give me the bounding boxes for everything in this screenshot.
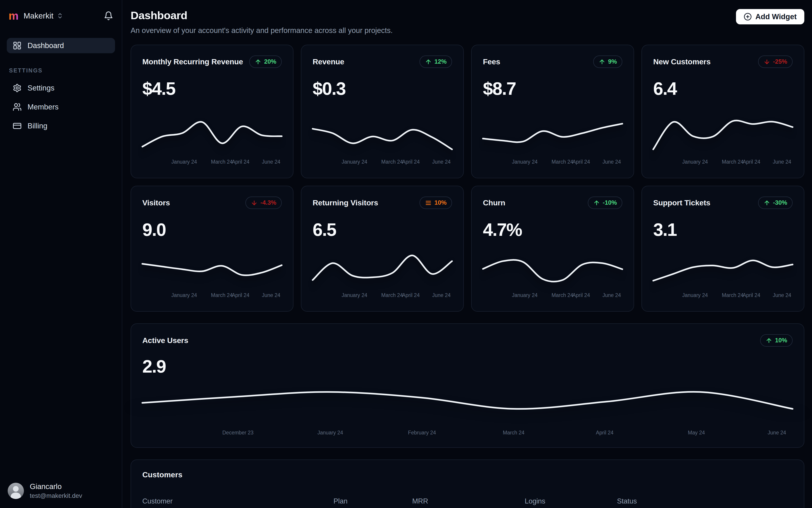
card-value: $4.5 <box>142 78 282 99</box>
x-tick-label: January 24 <box>171 159 197 165</box>
x-axis-labels: January 24March 24April 24June 24 <box>653 290 793 301</box>
card-value: 9.0 <box>142 219 282 240</box>
x-tick-label: February 24 <box>408 430 436 436</box>
stats-grid: Monthly Recurring Revenue 20% $4.5 Janua… <box>131 45 804 312</box>
x-tick-label: January 24 <box>682 292 708 298</box>
workspace-selector[interactable]: m Makerkit <box>7 9 115 23</box>
x-tick-label: April 24 <box>596 430 614 436</box>
x-tick-label: April 24 <box>232 159 250 165</box>
card-title: Support Tickets <box>653 198 710 207</box>
x-tick-label: December 23 <box>222 430 254 436</box>
avatar <box>8 483 24 499</box>
x-tick-label: January 24 <box>682 159 708 165</box>
primary-nav: Dashboard <box>7 38 115 53</box>
x-tick-label: March 24 <box>503 430 525 436</box>
x-axis-labels: January 24March 24April 24June 24 <box>142 290 282 301</box>
card-title: Revenue <box>313 57 344 66</box>
x-tick-label: June 24 <box>602 159 621 165</box>
trend-icon <box>255 58 261 65</box>
trend-badge: 10% <box>419 197 452 209</box>
x-tick-label: April 24 <box>232 292 250 298</box>
card-value: 3.1 <box>653 219 793 240</box>
trend-badge: -30% <box>758 197 793 209</box>
workspace-name: Makerkit <box>24 11 53 20</box>
dashboard-grid-icon <box>13 41 21 50</box>
x-tick-label: April 24 <box>743 159 760 165</box>
user-menu[interactable]: Giancarlo test@makerkit.dev <box>8 482 82 499</box>
x-tick-label: January 24 <box>512 292 538 298</box>
stat-card: Monthly Recurring Revenue 20% $4.5 Janua… <box>131 45 294 178</box>
user-email: test@makerkit.dev <box>30 492 82 499</box>
stat-card: Churn -10% 4.7% January 24March 24April … <box>471 186 634 312</box>
card-title: Visitors <box>142 198 170 207</box>
x-tick-label: January 24 <box>342 292 367 298</box>
add-widget-button[interactable]: Add Widget <box>736 9 804 25</box>
app-root: m Makerkit Dashboard SETTINGS <box>0 0 812 508</box>
stat-card: New Customers -25% 6.4 January 24March 2… <box>641 45 804 178</box>
x-tick-label: June 24 <box>432 159 451 165</box>
notifications-bell-icon[interactable] <box>104 11 113 20</box>
users-icon <box>13 102 21 112</box>
x-axis-labels: January 24March 24April 24June 24 <box>313 157 452 167</box>
line-chart <box>142 114 282 154</box>
sidebar-item-billing[interactable]: Billing <box>7 118 115 134</box>
x-tick-label: June 24 <box>773 292 791 298</box>
stat-card: Fees 9% $8.7 January 24March 24April 24J… <box>471 45 634 178</box>
trend-badge: -10% <box>588 197 622 209</box>
column-header-logins: Logins <box>525 497 617 505</box>
line-chart <box>142 247 282 287</box>
x-tick-label: April 24 <box>743 292 760 298</box>
sidebar-item-members[interactable]: Members <box>7 99 115 115</box>
x-tick-label: March 24 <box>381 159 403 165</box>
trend-badge: -25% <box>758 55 793 68</box>
line-chart <box>313 247 452 287</box>
trend-icon <box>593 200 600 206</box>
page-header: Dashboard An overview of your account's … <box>131 9 804 35</box>
x-tick-label: June 24 <box>262 159 280 165</box>
x-tick-label: January 24 <box>317 430 343 436</box>
card-title: Monthly Recurring Revenue <box>142 57 243 66</box>
user-name: Giancarlo <box>30 482 82 491</box>
sidebar-item-settings[interactable]: Settings <box>7 80 115 96</box>
x-tick-label: June 24 <box>262 292 280 298</box>
customers-card: Customers Customer Plan MRR Logins Statu… <box>131 460 804 508</box>
x-axis-labels: January 24March 24April 24June 24 <box>483 290 622 301</box>
trend-icon <box>425 200 432 206</box>
makerkit-logo: m <box>9 10 18 22</box>
card-value: 6.5 <box>313 219 452 240</box>
customers-table-header: Customer Plan MRR Logins Status <box>142 497 793 508</box>
trend-badge: 20% <box>249 55 282 68</box>
x-tick-label: March 24 <box>211 292 232 298</box>
x-tick-label: March 24 <box>722 159 743 165</box>
x-axis-labels: January 24March 24April 24June 24 <box>142 157 282 167</box>
trend-icon <box>764 58 770 65</box>
sidebar-item-dashboard[interactable]: Dashboard <box>7 38 115 53</box>
line-chart <box>483 247 622 287</box>
trend-badge: 12% <box>419 55 452 68</box>
card-value: 6.4 <box>653 78 793 99</box>
chevrons-up-down-icon <box>57 12 63 19</box>
line-chart <box>653 247 793 287</box>
card-title: Fees <box>483 57 500 66</box>
page-subtitle: An overview of your account's activity a… <box>131 26 393 35</box>
line-chart <box>653 114 793 154</box>
card-title: Churn <box>483 198 505 207</box>
x-tick-label: May 24 <box>688 430 705 436</box>
stat-card: Visitors -4.3% 9.0 January 24March 24Apr… <box>131 186 294 312</box>
card-value: $8.7 <box>483 78 622 99</box>
x-axis-labels: January 24March 24April 24June 24 <box>653 157 793 167</box>
trend-badge: 10% <box>760 334 793 347</box>
main-content: Dashboard An overview of your account's … <box>122 0 812 508</box>
line-chart <box>142 377 793 425</box>
x-axis-labels: January 24March 24April 24June 24 <box>313 290 452 301</box>
x-tick-label: June 24 <box>773 159 791 165</box>
trend-icon <box>766 337 772 344</box>
sidebar: m Makerkit Dashboard SETTINGS <box>0 0 122 508</box>
credit-card-icon <box>13 121 21 130</box>
x-tick-label: March 24 <box>551 159 573 165</box>
x-tick-label: March 24 <box>551 292 573 298</box>
x-tick-label: March 24 <box>722 292 743 298</box>
sidebar-item-label: Dashboard <box>28 41 64 50</box>
card-title: Returning Visitors <box>313 198 378 207</box>
sidebar-item-label: Settings <box>28 84 54 92</box>
